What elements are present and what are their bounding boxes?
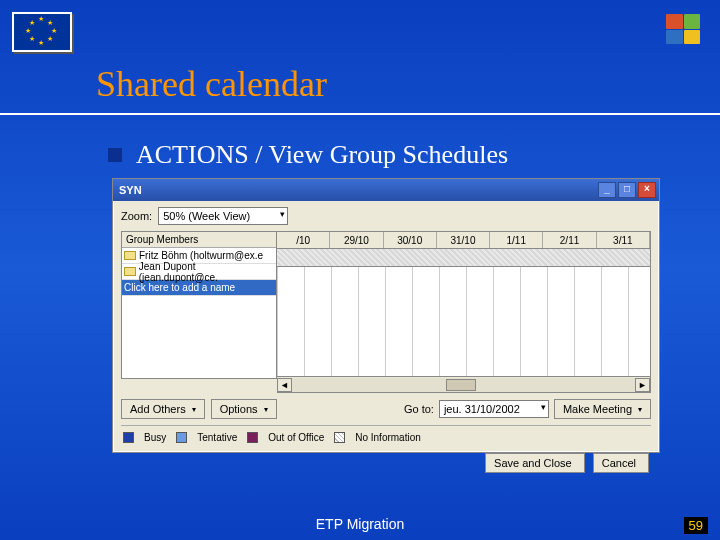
save-close-button[interactable]: Save and Close — [485, 453, 585, 473]
time-grid[interactable] — [277, 267, 651, 377]
scroll-thumb[interactable] — [446, 379, 476, 391]
slide-number: 59 — [684, 517, 708, 534]
date-cell[interactable]: 3/11 — [597, 232, 650, 248]
zoom-value: 50% (Week View) — [163, 210, 250, 222]
envelope-icon — [124, 251, 136, 260]
member-name: Fritz Böhm (holtwurm@ex.e — [139, 250, 263, 261]
dialog-title: SYN — [119, 184, 142, 196]
bullet-item: ACTIONS / View Group Schedules — [108, 140, 508, 170]
legend: Busy Tentative Out of Office No Informat… — [113, 426, 659, 449]
date-header-row: /10 29/10 30/10 31/10 1/11 2/11 3/11 — [277, 231, 651, 249]
maximize-button[interactable]: □ — [618, 182, 636, 198]
tentative-swatch — [176, 432, 187, 443]
member-add-placeholder: Click here to add a name — [124, 282, 235, 293]
zoom-label: Zoom: — [121, 210, 152, 222]
noinfo-swatch — [334, 432, 345, 443]
legend-tentative: Tentative — [197, 432, 237, 443]
busy-swatch — [123, 432, 134, 443]
scroll-right-button[interactable]: ► — [635, 378, 650, 392]
goto-label: Go to: — [404, 403, 434, 415]
availability-strip — [277, 249, 651, 267]
date-cell[interactable]: 30/10 — [384, 232, 437, 248]
date-cell[interactable]: 31/10 — [437, 232, 490, 248]
envelope-icon — [124, 267, 136, 276]
date-cell[interactable]: 29/10 — [330, 232, 383, 248]
bullet-text: ACTIONS / View Group Schedules — [136, 140, 508, 170]
schedule-grid: /10 29/10 30/10 31/10 1/11 2/11 3/11 ◄ ► — [277, 231, 651, 393]
options-button[interactable]: Options — [211, 399, 277, 419]
group-schedule-dialog: SYN _ □ × Zoom: 50% (Week View) Group Me… — [112, 178, 660, 453]
horizontal-scrollbar[interactable]: ◄ ► — [277, 377, 651, 393]
zoom-combo[interactable]: 50% (Week View) — [158, 207, 288, 225]
member-row[interactable]: Jean Dupont (jean.dupont@ce. — [122, 264, 276, 280]
dialog-titlebar[interactable]: SYN _ □ × — [113, 179, 659, 201]
windows-logo-icon — [666, 14, 700, 44]
group-members-list[interactable]: Group Members Fritz Böhm (holtwurm@ex.e … — [121, 231, 277, 379]
date-cell[interactable]: 2/11 — [543, 232, 596, 248]
legend-busy: Busy — [144, 432, 166, 443]
goto-date-combo[interactable]: jeu. 31/10/2002 — [439, 400, 549, 418]
scroll-track[interactable] — [292, 378, 635, 392]
date-cell[interactable]: /10 — [277, 232, 330, 248]
title-underline — [0, 113, 720, 115]
legend-oof: Out of Office — [268, 432, 324, 443]
make-meeting-button[interactable]: Make Meeting — [554, 399, 651, 419]
goto-value: jeu. 31/10/2002 — [444, 403, 520, 415]
slide-title: Shared calendar — [96, 63, 327, 105]
oof-swatch — [247, 432, 258, 443]
close-button[interactable]: × — [638, 182, 656, 198]
members-header: Group Members — [122, 232, 276, 248]
add-others-button[interactable]: Add Others — [121, 399, 205, 419]
minimize-button[interactable]: _ — [598, 182, 616, 198]
eu-flag-icon: ★ ★ ★ ★ ★ ★ ★ ★ — [12, 12, 72, 52]
bullet-icon — [108, 148, 122, 162]
legend-noinfo: No Information — [355, 432, 421, 443]
date-cell[interactable]: 1/11 — [490, 232, 543, 248]
member-name: Jean Dupont (jean.dupont@ce. — [139, 261, 274, 283]
cancel-button[interactable]: Cancel — [593, 453, 649, 473]
scroll-left-button[interactable]: ◄ — [277, 378, 292, 392]
slide-footer: ETP Migration — [0, 516, 720, 532]
